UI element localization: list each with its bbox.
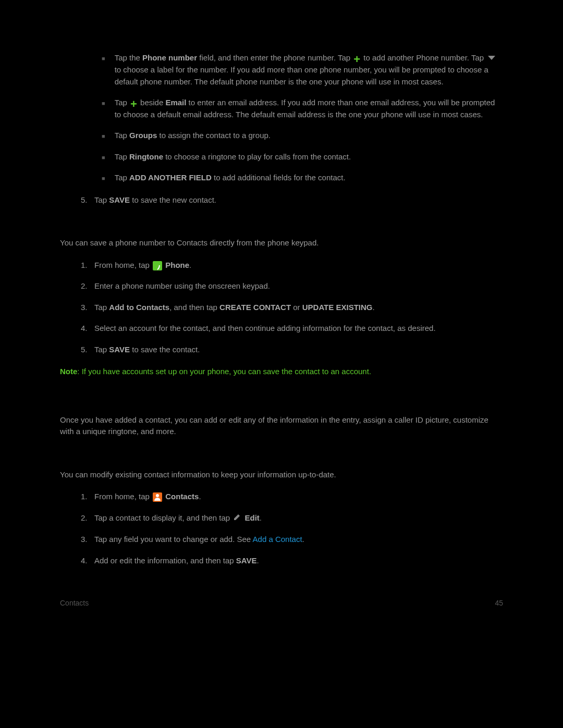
bullet-text: Tap Ringtone to choose a ringtone to pla… bbox=[115, 151, 503, 163]
bullet-marker: ■ bbox=[102, 174, 105, 184]
list-item: 2. Enter a phone number using the onscre… bbox=[81, 280, 503, 292]
text: to save the new contact. bbox=[130, 195, 216, 204]
text: Tap bbox=[94, 195, 109, 204]
manual-page: ■ Tap the Phone number field, and then e… bbox=[0, 0, 563, 630]
text: From home, tap bbox=[94, 492, 152, 501]
text: or bbox=[291, 303, 302, 312]
footer-page-number: 45 bbox=[495, 598, 503, 609]
text: Tap bbox=[115, 98, 129, 107]
list-number: 4. bbox=[81, 323, 94, 335]
list-text: Select an account for the contact, and t… bbox=[94, 323, 503, 335]
numbered-list: 5. Tap SAVE to save the new contact. bbox=[81, 194, 503, 206]
text: to add another Phone number. Tap bbox=[361, 53, 486, 62]
text: to choose a ringtone to play for calls f… bbox=[163, 152, 351, 161]
text: , and then tap bbox=[169, 303, 219, 312]
bold-text: Add to Contacts bbox=[109, 303, 169, 312]
footer-section: Contacts bbox=[60, 598, 89, 609]
link-add-a-contact[interactable]: Add a Contact bbox=[253, 535, 302, 544]
text: . bbox=[257, 556, 259, 565]
list-text: Tap Add to Contacts, and then tap CREATE… bbox=[94, 302, 503, 314]
bullet-marker: ■ bbox=[102, 54, 105, 88]
text: Tap bbox=[94, 345, 109, 354]
bullet-text: Tap Groups to assign the contact to a gr… bbox=[115, 130, 503, 142]
list-text: Tap SAVE to save the contact. bbox=[94, 344, 503, 356]
note-label: Note bbox=[60, 367, 77, 376]
list-item: 1. From home, tap Phone. bbox=[81, 260, 503, 272]
text: . bbox=[372, 303, 374, 312]
bullet-item: ■ Tap + beside Email to enter an email a… bbox=[102, 97, 503, 120]
bullet-marker: ■ bbox=[102, 153, 105, 163]
list-text: Tap any field you want to change or add.… bbox=[94, 534, 503, 546]
bold-text: SAVE bbox=[236, 556, 257, 565]
bold-text: ADD ANOTHER FIELD bbox=[129, 173, 212, 182]
list-number: 2. bbox=[81, 280, 94, 292]
list-number: 1. bbox=[81, 491, 94, 503]
bold-text: CREATE CONTACT bbox=[219, 303, 291, 312]
list-number: 5. bbox=[81, 194, 94, 206]
text: Tap bbox=[115, 131, 129, 140]
text: From home, tap bbox=[94, 261, 152, 269]
text: . bbox=[302, 535, 304, 544]
bullet-text: Tap ADD ANOTHER FIELD to add additional … bbox=[115, 172, 503, 184]
list-item: 5. Tap SAVE to save the new contact. bbox=[81, 194, 503, 206]
note: Note: If you have accounts set up on you… bbox=[60, 366, 503, 378]
list-number: 5. bbox=[81, 344, 94, 356]
svg-marker-0 bbox=[488, 56, 495, 60]
contacts-icon bbox=[153, 492, 162, 502]
text: beside bbox=[138, 98, 166, 107]
bold-text: SAVE bbox=[109, 195, 130, 204]
bullet-text: Tap + beside Email to enter an email add… bbox=[115, 97, 503, 120]
sub-bullet-list: ■ Tap the Phone number field, and then e… bbox=[102, 52, 503, 184]
text: to save the contact. bbox=[130, 345, 200, 354]
list-number: 2. bbox=[81, 512, 94, 524]
list-text: From home, tap Phone. bbox=[94, 260, 503, 272]
text: Tap bbox=[115, 152, 129, 161]
text: to add additional fields for the contact… bbox=[212, 173, 346, 182]
list-item: 4. Add or edit the information, and then… bbox=[81, 555, 503, 567]
list-item: 1. From home, tap Contacts. bbox=[81, 491, 503, 503]
list-number: 4. bbox=[81, 555, 94, 567]
bold-text: UPDATE EXISTING bbox=[302, 303, 373, 312]
bold-text: Phone bbox=[165, 261, 189, 269]
text: Tap a contact to display it, and then ta… bbox=[94, 513, 232, 522]
list-number: 3. bbox=[81, 534, 94, 546]
list-item: 4. Select an account for the contact, an… bbox=[81, 323, 503, 335]
text: to choose a label for the number. If you… bbox=[115, 65, 488, 86]
bullet-item: ■ Tap Ringtone to choose a ringtone to p… bbox=[102, 151, 503, 163]
text: Tap bbox=[115, 173, 129, 182]
list-number: 1. bbox=[81, 260, 94, 272]
bold-text: Edit bbox=[245, 513, 260, 522]
text: . bbox=[260, 513, 262, 522]
list-item: 2. Tap a contact to display it, and then… bbox=[81, 512, 503, 524]
paragraph: You can modify existing contact informat… bbox=[60, 469, 503, 481]
paragraph: You can save a phone number to Contacts … bbox=[60, 237, 503, 249]
bullet-item: ■ Tap ADD ANOTHER FIELD to add additiona… bbox=[102, 172, 503, 184]
list-item: 3. Tap any field you want to change or a… bbox=[81, 534, 503, 546]
text: . bbox=[189, 261, 191, 269]
page-footer: Contacts 45 bbox=[60, 598, 503, 609]
list-text: Tap SAVE to save the new contact. bbox=[94, 194, 503, 206]
list-item: 5. Tap SAVE to save the contact. bbox=[81, 344, 503, 356]
note-text: : If you have accounts set up on your ph… bbox=[77, 367, 371, 376]
pencil-icon bbox=[233, 513, 241, 525]
text: field, and then enter the phone number. … bbox=[197, 53, 352, 62]
numbered-list: 1. From home, tap Phone. 2. Enter a phon… bbox=[81, 260, 503, 356]
bold-text: SAVE bbox=[109, 345, 130, 354]
list-number: 3. bbox=[81, 302, 94, 314]
bullet-item: ■ Tap Groups to assign the contact to a … bbox=[102, 130, 503, 142]
list-text: Tap a contact to display it, and then ta… bbox=[94, 512, 503, 524]
list-text: From home, tap Contacts. bbox=[94, 491, 503, 503]
paragraph: Once you have added a contact, you can a… bbox=[60, 414, 503, 438]
text: Tap the bbox=[115, 53, 142, 62]
list-text: Add or edit the information, and then ta… bbox=[94, 555, 503, 567]
numbered-list: 1. From home, tap Contacts. 2. Tap a con… bbox=[81, 491, 503, 566]
dropdown-icon bbox=[487, 53, 496, 65]
bold-text: Ringtone bbox=[129, 152, 163, 161]
list-text: Enter a phone number using the onscreen … bbox=[94, 280, 503, 292]
text: . bbox=[199, 492, 201, 501]
bullet-marker: ■ bbox=[102, 99, 105, 120]
phone-icon bbox=[153, 261, 162, 270]
bullet-text: Tap the Phone number field, and then ent… bbox=[115, 52, 503, 88]
bullet-item: ■ Tap the Phone number field, and then e… bbox=[102, 52, 503, 88]
bold-text: Email bbox=[165, 98, 186, 107]
